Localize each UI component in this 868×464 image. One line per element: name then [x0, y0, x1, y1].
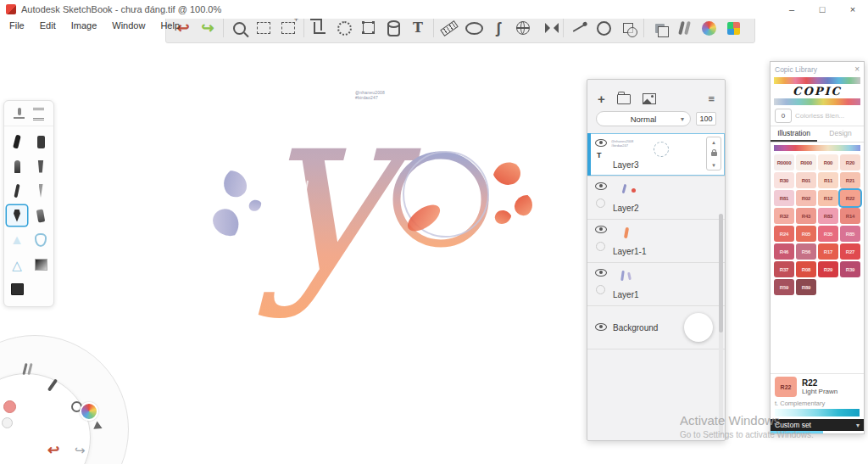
tab-illustration[interactable]: Illustration: [771, 126, 817, 142]
layer-row-layer1-1[interactable]: Layer1-1: [587, 220, 725, 263]
menu-file[interactable]: File: [2, 19, 32, 34]
rect-select-tool[interactable]: [252, 16, 275, 40]
colorless-blender-row[interactable]: 0 Colorless Blen...: [771, 106, 864, 126]
puck-undo-icon[interactable]: ↩: [47, 441, 59, 459]
ballpoint-pen[interactable]: [7, 181, 27, 201]
layer-lock-dot[interactable]: [596, 242, 605, 251]
zoom-tool[interactable]: [227, 16, 251, 40]
palette-menu-icon[interactable]: [33, 108, 44, 120]
layer-scrollbar[interactable]: [719, 214, 723, 435]
symmetry-tool[interactable]: [536, 16, 559, 40]
copic-swatch-R81[interactable]: R81: [774, 190, 794, 206]
puck-brush-icon[interactable]: [22, 363, 35, 376]
marker[interactable]: [31, 156, 51, 176]
visibility-eye-icon[interactable]: [595, 182, 607, 190]
gradient-swatch[interactable]: [31, 254, 51, 275]
shapes-tool[interactable]: [616, 16, 640, 40]
triangle-outline[interactable]: △: [7, 254, 27, 275]
visibility-eye-icon[interactable]: [595, 139, 607, 147]
copic-swatches-tool[interactable]: [721, 16, 745, 40]
layer-opacity-input[interactable]: [696, 112, 716, 126]
copic-swatch-R32[interactable]: R32: [774, 208, 794, 224]
brush-settings-icon[interactable]: [14, 108, 25, 119]
redo-tool[interactable]: ↪: [196, 16, 220, 40]
import-image-icon[interactable]: [643, 93, 656, 104]
copic-swatch-R35[interactable]: R35: [818, 226, 838, 242]
copic-swatch-R22[interactable]: R22: [840, 190, 860, 206]
flat-brush[interactable]: [31, 131, 51, 152]
crop-tool[interactable]: [308, 16, 331, 40]
copic-swatch-R17[interactable]: R17: [818, 243, 838, 260]
copic-swatch-R89[interactable]: R89: [796, 279, 816, 295]
menu-edit[interactable]: Edit: [32, 19, 64, 34]
puck-secondary-swatch[interactable]: [2, 417, 13, 428]
smudge-brush[interactable]: [31, 205, 51, 226]
copic-swatch-R21[interactable]: R21: [840, 172, 860, 188]
ellipse-shape-tool[interactable]: [592, 16, 615, 40]
copic-swatch-R83[interactable]: R83: [818, 208, 838, 224]
copic-swatch-R14[interactable]: R14: [840, 208, 860, 224]
layer-menu-icon[interactable]: ≡: [708, 92, 715, 105]
tab-design[interactable]: Design: [817, 126, 864, 142]
visibility-eye-icon[interactable]: [595, 269, 607, 277]
copic-swatch-R08[interactable]: R08: [796, 261, 816, 277]
layer-copy-tool[interactable]: [648, 16, 671, 40]
layer-row-layer3[interactable]: T @nhaneu2008 #birdao247 Layer3 ▴ ▾: [587, 133, 725, 176]
background-color-disc[interactable]: [684, 313, 713, 342]
copic-swatch-R000[interactable]: R000: [796, 154, 816, 171]
layer-row-layer1[interactable]: Layer1: [587, 263, 725, 306]
blend-mode-dropdown[interactable]: Normal ▾: [596, 111, 691, 126]
minimize-button[interactable]: –: [776, 0, 807, 19]
hue-spectrum-bar[interactable]: [774, 145, 860, 151]
copic-swatch-R56[interactable]: R56: [796, 243, 816, 260]
transform-tool[interactable]: [332, 16, 356, 40]
copic-swatch-R30[interactable]: R30: [774, 172, 794, 188]
copic-swatch-R20[interactable]: R20: [840, 154, 860, 171]
copic-swatch-R0000[interactable]: R0000: [774, 154, 794, 171]
blender-swatch[interactable]: 0: [775, 109, 792, 123]
copic-swatch-R46[interactable]: R46: [774, 243, 794, 260]
visibility-eye-icon[interactable]: [595, 226, 607, 233]
copic-swatch-R05[interactable]: R05: [796, 226, 816, 242]
copic-swatch-R01[interactable]: R01: [796, 172, 816, 188]
copic-swatch-R39[interactable]: R39: [840, 261, 860, 277]
ink-pen[interactable]: [7, 205, 27, 226]
current-color-swatch[interactable]: R22: [775, 377, 797, 397]
copic-swatch-R29[interactable]: R29: [818, 261, 838, 277]
airbrush[interactable]: [7, 156, 27, 176]
copic-swatch-R27[interactable]: R27: [840, 243, 860, 260]
menu-image[interactable]: Image: [64, 19, 105, 34]
copic-swatch-R02[interactable]: R02: [796, 190, 816, 206]
water-drop[interactable]: [31, 230, 51, 250]
layer-handle[interactable]: ▴ ▾: [706, 137, 721, 171]
menu-help[interactable]: Help: [153, 19, 187, 34]
ellipse-guide-tool[interactable]: [462, 16, 486, 40]
layer-lock-dot[interactable]: [596, 198, 605, 208]
paintbrush[interactable]: [7, 131, 27, 152]
layer-row-layer2[interactable]: Layer2: [587, 176, 725, 220]
layer-group-icon[interactable]: [617, 94, 631, 104]
menu-window[interactable]: Window: [104, 19, 153, 34]
layer-row-background[interactable]: Background: [587, 306, 725, 349]
copic-swatch-R00[interactable]: R00: [818, 154, 838, 171]
ruler-tool[interactable]: [437, 16, 461, 40]
magic-select-tool[interactable]: [276, 16, 300, 40]
puck-color-swatch[interactable]: [3, 400, 16, 413]
copic-swatch-R37[interactable]: R37: [774, 261, 794, 277]
copic-swatch-R59[interactable]: R59: [774, 279, 794, 295]
copic-swatch-R12[interactable]: R12: [818, 190, 838, 206]
pencil[interactable]: [31, 181, 51, 201]
solid-swatch[interactable]: [7, 279, 27, 299]
french-curve-tool[interactable]: ʃ: [487, 16, 510, 40]
puck-color-wheel-icon[interactable]: [80, 402, 98, 421]
copic-swatch-R11[interactable]: R11: [818, 172, 838, 188]
fill-tool[interactable]: [381, 16, 405, 40]
visibility-eye-icon[interactable]: [595, 323, 607, 331]
close-button[interactable]: ×: [837, 0, 868, 19]
triangle-fill[interactable]: ▲: [7, 230, 27, 250]
puck-redo-icon[interactable]: ↪: [75, 443, 86, 458]
copic-swatch-R43[interactable]: R43: [796, 208, 816, 224]
text-tool[interactable]: T: [406, 16, 430, 40]
maximize-button[interactable]: □: [807, 0, 837, 19]
brush-library-tool[interactable]: [672, 16, 696, 40]
